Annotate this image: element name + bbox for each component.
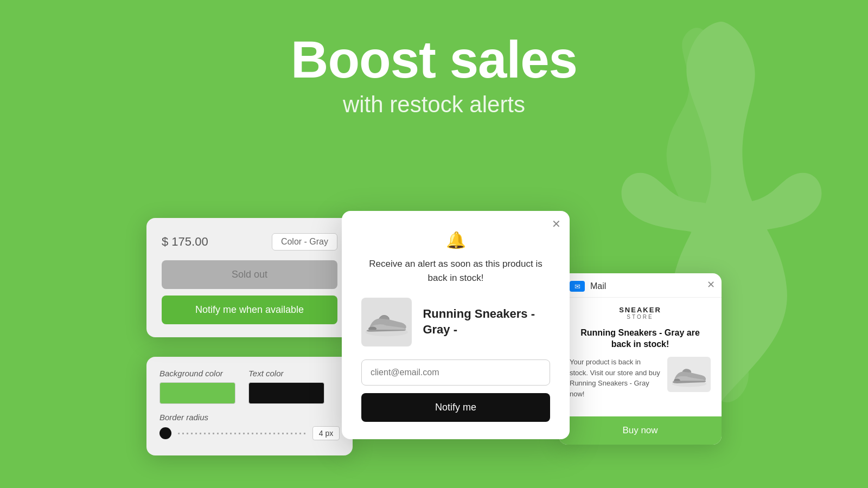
slider-value: 4 px (312, 426, 340, 440)
cards-area: $ 175.00 Color - Gray Sold out Notify me… (0, 211, 868, 455)
background-color-label: Background color (159, 369, 235, 378)
left-cards-wrapper: $ 175.00 Color - Gray Sold out Notify me… (146, 218, 353, 455)
product-price: $ 175.00 (162, 235, 208, 249)
mail-icon: ✉ (570, 281, 585, 292)
settings-color-row: Background color Text color (159, 369, 340, 404)
email-input[interactable] (361, 359, 550, 386)
text-color-group: Text color (248, 369, 324, 404)
notify-me-button[interactable]: Notify me when available (162, 296, 337, 324)
email-header: ✉ Mail (559, 273, 722, 298)
product-row: $ 175.00 Color - Gray (162, 233, 337, 251)
border-radius-group: Border radius 4 px (159, 413, 340, 440)
settings-card: Background color Text color Border radiu… (146, 357, 353, 455)
email-content-row: Your product is back in stock. Visit our… (570, 357, 711, 399)
store-name-top: SNEAKER (570, 306, 711, 314)
store-logo: SNEAKER STORE (570, 306, 711, 320)
email-product-image (667, 357, 711, 392)
email-card-footer: Buy now (559, 416, 722, 445)
sold-out-button: Sold out (162, 260, 337, 289)
store-name-bottom: STORE (570, 314, 711, 320)
background-color-swatch[interactable] (159, 382, 235, 404)
email-app-name: Mail (590, 281, 606, 291)
email-close-button[interactable]: ✕ (707, 279, 715, 291)
modal-product-name: Running Sneakers - Gray - (423, 306, 550, 337)
buy-now-button[interactable]: Buy now (559, 416, 722, 445)
slider-row: 4 px (159, 426, 340, 440)
email-subject: Running Sneakers - Gray are back in stoc… (570, 328, 711, 350)
color-badge: Color - Gray (272, 233, 337, 251)
page-subtitle: with restock alerts (0, 92, 868, 118)
product-card: $ 175.00 Color - Gray Sold out Notify me… (146, 218, 353, 337)
border-radius-label: Border radius (159, 413, 340, 422)
alert-modal: ✕ 🔔 Receive an alert as soon as this pro… (342, 211, 570, 439)
email-body: SNEAKER STORE Running Sneakers - Gray ar… (559, 298, 722, 416)
text-color-swatch[interactable] (248, 382, 324, 404)
modal-title: Receive an alert as soon as this product… (361, 257, 550, 285)
page-title: Boost sales (0, 33, 868, 87)
modal-close-button[interactable]: ✕ (552, 219, 561, 229)
bell-icon: 🔔 (361, 230, 550, 249)
modal-product-image (361, 298, 412, 346)
background-color-group: Background color (159, 369, 235, 404)
email-body-text: Your product is back in stock. Visit our… (570, 357, 661, 399)
text-color-label: Text color (248, 369, 324, 378)
modal-notify-button[interactable]: Notify me (361, 393, 550, 422)
email-card: ✕ ✉ Mail SNEAKER STORE Running Sneakers … (559, 273, 722, 445)
slider-handle[interactable] (159, 427, 171, 439)
modal-product-row: Running Sneakers - Gray - (361, 298, 550, 346)
slider-track[interactable] (178, 433, 306, 434)
